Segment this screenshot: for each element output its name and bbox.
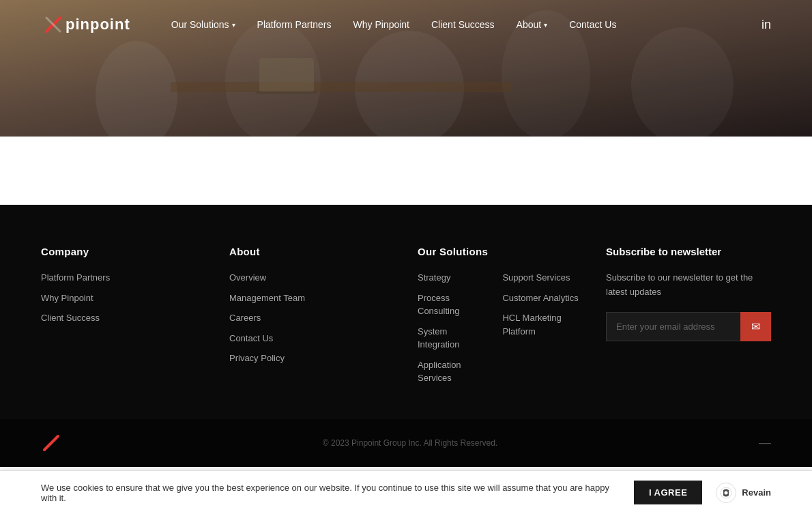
sol-link-application[interactable]: Application Services bbox=[418, 360, 461, 384]
logo-icon bbox=[41, 12, 66, 37]
about-link-overview[interactable]: Overview bbox=[229, 272, 266, 283]
footer-company-list: Platform Partners Why Pinpoint Client Su… bbox=[41, 271, 202, 325]
nav-about-link[interactable]: About ▾ bbox=[517, 19, 548, 30]
list-item[interactable]: System Integration bbox=[418, 325, 482, 352]
footer-copyright: © 2023 Pinpoint Group Inc. All Rights Re… bbox=[61, 438, 759, 448]
list-item[interactable]: Process Consulting bbox=[418, 291, 482, 318]
company-link-client[interactable]: Client Success bbox=[41, 313, 100, 323]
company-link-why[interactable]: Why Pinpoint bbox=[41, 293, 93, 303]
chevron-down-icon: ▾ bbox=[232, 21, 235, 29]
sol-link-customer[interactable]: Customer Analytics bbox=[502, 293, 578, 303]
list-item[interactable]: Client Success bbox=[41, 311, 202, 325]
nav-item-solutions[interactable]: Our Solutions ▾ bbox=[171, 19, 235, 30]
nav-links: Our Solutions ▾ Platform Partners Why Pi… bbox=[171, 18, 762, 31]
about-link-careers[interactable]: Careers bbox=[229, 313, 261, 323]
footer-about-list: Overview Management Team Careers Contact… bbox=[229, 271, 390, 365]
footer-about-col: About Overview Management Team Careers C… bbox=[229, 246, 390, 392]
company-link-platform[interactable]: Platform Partners bbox=[41, 272, 110, 283]
sol-link-strategy[interactable]: Strategy bbox=[418, 272, 450, 283]
sol-link-hcl[interactable]: HCL Marketing Platform bbox=[502, 313, 561, 337]
footer-logo-icon bbox=[41, 433, 61, 453]
chevron-down-icon-about: ▾ bbox=[544, 21, 547, 29]
footer-about-heading: About bbox=[229, 246, 390, 257]
footer-solutions-list-2: Support Services Customer Analytics HCL … bbox=[502, 271, 579, 392]
footer-solutions-heading: Our Solutions bbox=[418, 246, 579, 257]
logo-text: pinpoint bbox=[66, 16, 130, 33]
sol-link-system[interactable]: System Integration bbox=[418, 326, 459, 350]
logo[interactable]: pinpoint bbox=[41, 12, 130, 37]
sol-link-support[interactable]: Support Services bbox=[502, 272, 570, 283]
list-item[interactable]: Careers bbox=[229, 311, 390, 325]
envelope-icon: ✉ bbox=[751, 320, 760, 333]
nav-why-link[interactable]: Why Pinpoint bbox=[353, 19, 409, 30]
footer: Company Platform Partners Why Pinpoint C… bbox=[0, 205, 812, 419]
footer-newsletter-col: Subscribe to newsletter Subscribe to our… bbox=[606, 246, 771, 392]
nav-item-about[interactable]: About ▾ bbox=[517, 19, 548, 30]
list-item[interactable]: Application Services bbox=[418, 358, 482, 385]
nav-item-contact[interactable]: Contact Us bbox=[569, 18, 616, 31]
nav-contact-link[interactable]: Contact Us bbox=[569, 19, 616, 30]
nav-client-link[interactable]: Client Success bbox=[431, 19, 495, 30]
newsletter-submit-button[interactable]: ✉ bbox=[740, 312, 771, 341]
footer-dash-icon: — bbox=[759, 436, 771, 450]
list-item[interactable]: Management Team bbox=[229, 291, 390, 305]
nav-item-why[interactable]: Why Pinpoint bbox=[353, 18, 409, 31]
list-item[interactable]: Overview bbox=[229, 271, 390, 285]
list-item[interactable]: Platform Partners bbox=[41, 271, 202, 285]
about-link-management[interactable]: Management Team bbox=[229, 293, 305, 303]
navbar: pinpoint Our Solutions ▾ Platform Partne… bbox=[0, 0, 812, 49]
footer-company-col: Company Platform Partners Why Pinpoint C… bbox=[41, 246, 202, 392]
newsletter-description: Subscribe to our newsletter to get the l… bbox=[606, 271, 771, 300]
footer-bottom-logo[interactable] bbox=[41, 433, 61, 453]
list-item[interactable]: HCL Marketing Platform bbox=[502, 311, 579, 338]
nav-solutions-link[interactable]: Our Solutions ▾ bbox=[171, 19, 235, 30]
nav-platform-link[interactable]: Platform Partners bbox=[257, 19, 332, 30]
list-item[interactable]: Strategy bbox=[418, 271, 482, 285]
white-space bbox=[0, 137, 812, 205]
footer-solutions-list-1: Strategy Process Consulting System Integ… bbox=[418, 271, 482, 392]
footer-solutions-col: Our Solutions Strategy Process Consultin… bbox=[418, 246, 579, 392]
newsletter-form: ✉ bbox=[606, 312, 771, 341]
list-item[interactable]: Customer Analytics bbox=[502, 291, 579, 305]
newsletter-heading: Subscribe to newsletter bbox=[606, 246, 771, 257]
about-link-privacy[interactable]: Privacy Policy bbox=[229, 353, 285, 363]
footer-company-heading: Company bbox=[41, 246, 202, 257]
footer-bottom: © 2023 Pinpoint Group Inc. All Rights Re… bbox=[0, 419, 812, 467]
list-item[interactable]: Support Services bbox=[502, 271, 579, 285]
newsletter-email-input[interactable] bbox=[606, 312, 740, 341]
solutions-subcols: Strategy Process Consulting System Integ… bbox=[418, 271, 579, 392]
svg-line-11 bbox=[44, 436, 58, 450]
list-item[interactable]: Privacy Policy bbox=[229, 352, 390, 365]
sol-link-process[interactable]: Process Consulting bbox=[418, 293, 459, 317]
about-link-contact[interactable]: Contact Us bbox=[229, 333, 273, 343]
list-item[interactable]: Contact Us bbox=[229, 332, 390, 345]
list-item[interactable]: Why Pinpoint bbox=[41, 291, 202, 305]
nav-item-platform[interactable]: Platform Partners bbox=[257, 18, 332, 31]
linkedin-icon[interactable]: in bbox=[762, 18, 771, 32]
nav-item-client[interactable]: Client Success bbox=[431, 18, 495, 31]
footer-grid: Company Platform Partners Why Pinpoint C… bbox=[41, 246, 771, 392]
